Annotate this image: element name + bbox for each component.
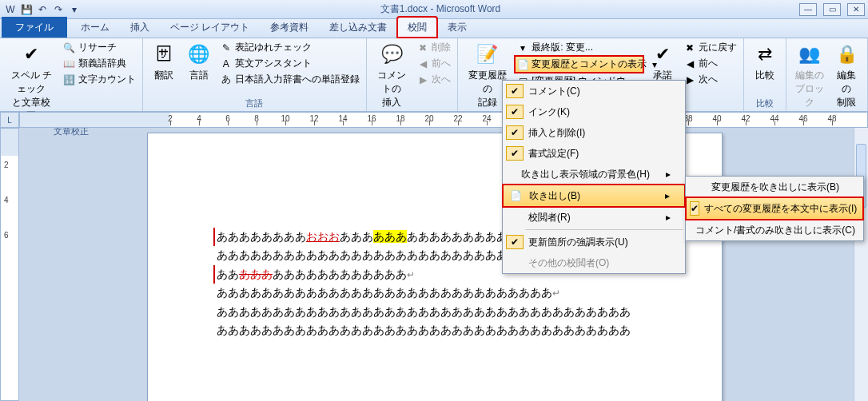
thesaurus-icon: 📖 (63, 58, 76, 70)
group-protect: 👥編集のブロック 🔒編集の制限 保護 (786, 38, 868, 111)
prev-change-button[interactable]: ◀前へ (682, 56, 739, 71)
menu-balloon-bg[interactable]: 吹き出し表示領域の背景色(H)▸ (503, 164, 685, 185)
balloons-submenu: 変更履歴を吹き出しに表示(B) ✔すべての変更履歴を本文中に表示(I) コメント… (685, 176, 864, 241)
ime-register-button[interactable]: あ日本語入力辞書への単語登録 (218, 72, 361, 87)
submenu-arrow-icon: ▸ (649, 190, 670, 201)
menu-comments[interactable]: ✔コメント(C) (503, 81, 685, 101)
ime-icon: あ (220, 73, 233, 86)
research-button[interactable]: 🔍リサーチ (62, 40, 137, 55)
window-title: 文書1.docx - Microsoft Word (82, 2, 799, 16)
wordcount-icon: 🔢 (63, 73, 76, 86)
maximize-button[interactable]: ▭ (823, 3, 841, 16)
menu-reviewers[interactable]: 校閲者(R)▸ (503, 207, 685, 228)
group-language: 🈂翻訳 🌐言語 ✎表記ゆれチェック A英文アシスタント あ日本語入力辞書への単語… (143, 38, 367, 111)
tab-view[interactable]: 表示 (437, 17, 477, 38)
language-button[interactable]: 🌐言語 (183, 40, 215, 84)
check-icon (506, 256, 524, 270)
tab-review[interactable]: 校閲 (397, 17, 437, 38)
submenu-arrow-icon: ▸ (650, 212, 671, 223)
vertical-scrollbar[interactable] (854, 128, 868, 401)
menu-separator (525, 229, 683, 230)
close-button[interactable]: ✕ (847, 3, 865, 16)
research-icon: 🔍 (63, 42, 76, 54)
check-icon: ✔ (506, 235, 524, 249)
group-proofing: ✔︎ スペル チェックと文章校正 🔍リサーチ 📖類義語辞典 🔢文字カウント 文章… (0, 38, 143, 111)
reject-icon: ✖ (683, 42, 696, 54)
tab-home[interactable]: ホーム (70, 17, 120, 38)
qat-dropdown-icon[interactable]: ▾ (67, 2, 82, 17)
ribbon: ✔︎ スペル チェックと文章校正 🔍リサーチ 📖類義語辞典 🔢文字カウント 文章… (0, 38, 868, 112)
accept-button[interactable]: ✔承諾 (647, 40, 679, 84)
translate-icon: 🈂 (151, 42, 177, 67)
english-icon: A (220, 58, 233, 70)
display-for-review[interactable]: ▾最終版: 変更... (515, 40, 643, 55)
wordcount-button[interactable]: 🔢文字カウント (62, 72, 137, 87)
menu-show-inline[interactable]: ✔すべての変更履歴を本文中に表示(I) (686, 197, 863, 220)
group-language-label: 言語 (148, 97, 361, 110)
new-comment-button[interactable]: 💬コメントの挿入 (372, 40, 412, 111)
redo-icon[interactable]: ↷ (51, 2, 66, 17)
prev-change-icon: ◀ (683, 58, 696, 70)
ribbon-tabs: ファイル ホーム 挿入 ページ レイアウト 参考資料 差し込み文書 校閲 表示 (0, 19, 868, 38)
tab-insert[interactable]: 挿入 (120, 17, 160, 38)
tab-layout[interactable]: ページ レイアウト (160, 17, 260, 38)
vertical-ruler[interactable]: 246 (0, 128, 19, 401)
menu-insertions-deletions[interactable]: ✔挿入と削除(I) (503, 122, 685, 143)
undo-icon[interactable]: ↶ (35, 2, 50, 17)
english-assistant-button[interactable]: A英文アシスタント (218, 56, 361, 71)
group-compare: ⇄比較 比較 (744, 38, 786, 111)
minimize-button[interactable]: — (799, 3, 817, 16)
show-markup-menu: ✔コメント(C) ✔インク(K) ✔挿入と削除(I) ✔書式設定(F) 吹き出し… (502, 80, 686, 274)
check-icon: ✔ (506, 146, 524, 161)
menu-comments-formatting-only[interactable]: コメント/書式のみ吹き出しに表示(C) (686, 220, 863, 240)
dropdown-icon: ▾ (516, 42, 529, 54)
save-icon[interactable]: 💾 (19, 2, 34, 17)
menu-formatting[interactable]: ✔書式設定(F) (503, 143, 685, 164)
fluctuation-button[interactable]: ✎表記ゆれチェック (218, 40, 361, 55)
tab-references[interactable]: 参考資料 (260, 17, 319, 38)
language-icon: 🌐 (186, 42, 212, 67)
document-container: 246 ああああああああおおおあああああああああああああああああああああああああ… (0, 128, 868, 401)
menu-balloons[interactable]: 📄吹き出し(B)▸ (503, 185, 685, 207)
tab-mailings[interactable]: 差し込み文書 (319, 17, 397, 38)
check-icon (506, 167, 516, 181)
check-icon: ✔ (506, 84, 524, 98)
delete-icon: ✖ (416, 42, 429, 54)
check-icon (689, 223, 691, 237)
reject-button[interactable]: ✖元に戻す (682, 40, 739, 55)
ruler-area: L 24681012141618202224262830323436384042… (0, 112, 868, 128)
restrict-editing-button[interactable]: 🔒編集の制限 (830, 40, 862, 111)
ruler-corner[interactable]: L (0, 112, 19, 128)
menu-show-in-balloons[interactable]: 変更履歴を吹き出しに表示(B) (686, 177, 863, 197)
comment-icon: 💬 (379, 42, 404, 67)
fluctuation-icon: ✎ (220, 42, 233, 54)
prev-comment-button[interactable]: ◀前へ (415, 56, 452, 71)
thesaurus-button[interactable]: 📖類義語辞典 (62, 56, 137, 71)
check-icon: ✔ (506, 105, 524, 119)
tab-file[interactable]: ファイル (2, 17, 67, 38)
check-icon: ✔ (690, 201, 699, 216)
block-icon: 👥 (797, 42, 822, 67)
group-comments: 💬コメントの挿入 ✖削除 ◀前へ ▶次へ コメント (367, 38, 459, 111)
submenu-arrow-icon: ▸ (650, 169, 671, 180)
next-comment-button[interactable]: ▶次へ (415, 72, 452, 87)
next-icon: ▶ (416, 73, 429, 86)
check-icon (506, 210, 524, 224)
word-icon[interactable]: W (3, 2, 18, 17)
menu-ink[interactable]: ✔インク(K) (503, 101, 685, 122)
track-icon: 📝 (475, 42, 500, 67)
delete-comment-button[interactable]: ✖削除 (415, 40, 452, 55)
show-markup-button[interactable]: 📄変更履歴とコメントの表示▾ (515, 56, 643, 73)
block-authors-button[interactable]: 👥編集のブロック (791, 40, 827, 111)
spellcheck-icon: ✔︎ (18, 42, 44, 67)
window-controls: — ▭ ✕ (799, 3, 865, 16)
group-compare-label: 比較 (749, 97, 781, 110)
lock-icon: 🔒 (834, 42, 859, 67)
menu-other-authors[interactable]: その他の校閲者(O) (503, 252, 685, 273)
compare-button[interactable]: ⇄比較 (749, 40, 781, 84)
translate-button[interactable]: 🈂翻訳 (148, 40, 180, 84)
markup-icon: 📄 (517, 58, 529, 71)
next-change-button[interactable]: ▶次へ (682, 72, 739, 87)
menu-highlight-updates[interactable]: ✔更新箇所の強調表示(U) (503, 232, 685, 252)
horizontal-ruler[interactable]: 2468101214161820222426283032343638404244… (19, 112, 868, 128)
